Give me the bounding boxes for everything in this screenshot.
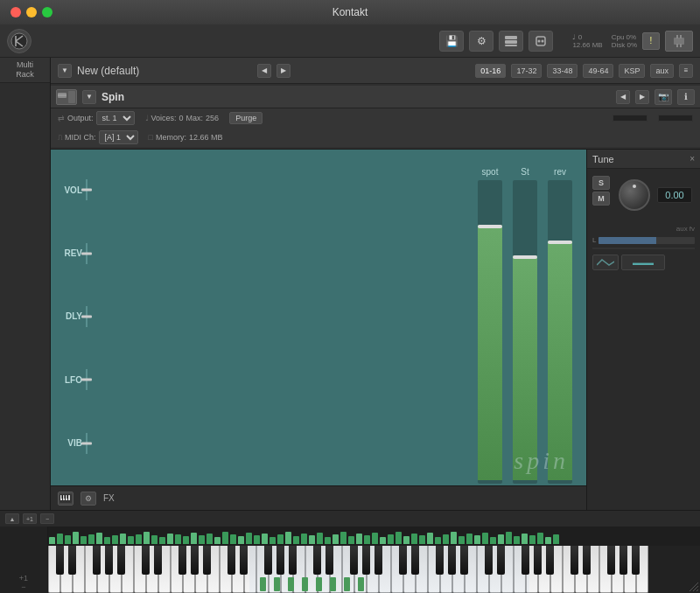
dly-label: DLY xyxy=(58,311,82,321)
spot-fader[interactable] xyxy=(478,180,502,484)
black-key[interactable] xyxy=(240,546,248,575)
velocity-bar xyxy=(482,533,488,544)
black-key[interactable] xyxy=(289,546,297,575)
black-key[interactable] xyxy=(228,546,235,575)
black-key[interactable] xyxy=(68,546,76,575)
range-ksp[interactable]: KSP xyxy=(619,64,645,78)
panel-close-button[interactable]: × xyxy=(690,154,695,164)
velocity-bar xyxy=(403,536,410,544)
black-key[interactable] xyxy=(522,546,529,575)
black-key[interactable] xyxy=(264,546,272,575)
range-33-48[interactable]: 33-48 xyxy=(547,64,578,78)
piano-icon[interactable] xyxy=(58,492,74,506)
vol-slider[interactable] xyxy=(86,179,88,200)
black-key[interactable] xyxy=(570,546,578,575)
voices-detail: ♩ Voices: 0 Max: 256 xyxy=(145,114,220,122)
velocity-bar xyxy=(356,534,362,544)
inst-next-button[interactable]: ▶ xyxy=(635,90,649,104)
tune-knob[interactable] xyxy=(619,179,650,211)
output-select[interactable]: st. 1 xyxy=(96,111,135,125)
black-key[interactable] xyxy=(56,546,64,575)
inst-prev-button[interactable]: ◀ xyxy=(616,90,630,104)
range-17-32[interactable]: 17-32 xyxy=(511,64,542,78)
black-key[interactable] xyxy=(497,546,505,575)
dly-slider[interactable] xyxy=(86,306,88,327)
velocity-bar xyxy=(451,532,457,544)
svg-point-0 xyxy=(11,33,27,49)
resize-handle[interactable] xyxy=(690,583,698,591)
st-fader[interactable] xyxy=(513,180,537,484)
midi-button[interactable] xyxy=(528,31,553,52)
minimize-button[interactable] xyxy=(26,7,37,17)
fullscreen-button[interactable] xyxy=(42,7,52,17)
black-key[interactable] xyxy=(632,546,640,575)
inst-camera-button[interactable]: 📷 xyxy=(654,89,672,105)
warning-button[interactable]: ! xyxy=(642,32,660,50)
piano-up-button[interactable]: ▲ xyxy=(5,513,19,524)
velocity-bar xyxy=(80,536,87,544)
velocity-bar xyxy=(285,532,291,544)
keyboard-section: ▲ +1 − +1 − xyxy=(0,510,700,593)
midi-channel-select[interactable]: [A] 1 xyxy=(99,130,138,144)
black-key[interactable] xyxy=(485,546,493,575)
black-key[interactable] xyxy=(546,546,554,575)
save-button[interactable]: 💾 xyxy=(439,31,464,52)
midi-detail: ⎍ MIDI Ch: [A] 1 xyxy=(58,130,138,144)
velocity-bar xyxy=(427,533,433,544)
black-key[interactable] xyxy=(191,546,199,575)
black-key[interactable] xyxy=(105,546,113,575)
rack-prev-button[interactable]: ◀ xyxy=(257,64,271,78)
rack-view-button[interactable] xyxy=(499,31,523,52)
black-key[interactable] xyxy=(362,546,370,575)
black-key[interactable] xyxy=(436,546,444,575)
black-key[interactable] xyxy=(411,546,419,575)
rack-next-button[interactable]: ▶ xyxy=(276,64,290,78)
black-key[interactable] xyxy=(350,546,358,575)
range-49-64[interactable]: 49-64 xyxy=(583,64,613,78)
spin-logo: spin xyxy=(514,447,569,475)
black-key[interactable] xyxy=(326,546,333,575)
vib-slider[interactable] xyxy=(86,433,88,454)
close-button[interactable] xyxy=(10,7,21,17)
black-key[interactable] xyxy=(117,546,125,575)
purge-button[interactable]: Purge xyxy=(229,112,262,124)
param-labels: VOL REV DLY xyxy=(51,150,103,484)
black-key[interactable] xyxy=(620,546,627,575)
rack-expand-button[interactable]: ≡ xyxy=(679,64,693,78)
instrument-details: ⇄ Output: st. 1 ♩ Voices: 0 Max: 256 Pur… xyxy=(51,108,700,128)
vib-param: VIB xyxy=(51,433,103,454)
black-key[interactable] xyxy=(178,546,186,575)
black-key[interactable] xyxy=(313,546,321,575)
mute-button[interactable]: M xyxy=(592,192,610,206)
rev-slider[interactable] xyxy=(86,243,88,264)
black-key[interactable] xyxy=(399,546,407,575)
solo-button[interactable]: S xyxy=(592,176,610,190)
black-key[interactable] xyxy=(142,546,150,575)
lfo-slider[interactable] xyxy=(86,369,88,390)
velocity-bar xyxy=(214,537,220,544)
black-key[interactable] xyxy=(607,546,615,575)
black-key[interactable] xyxy=(276,546,284,575)
velocity-bar xyxy=(151,535,158,544)
black-key[interactable] xyxy=(154,546,162,575)
inst-info-button[interactable]: ℹ xyxy=(677,89,695,105)
plugin-button[interactable] xyxy=(665,31,693,52)
black-key[interactable] xyxy=(583,546,591,575)
black-key[interactable] xyxy=(534,546,542,575)
range-aux[interactable]: aux xyxy=(650,64,674,78)
black-key[interactable] xyxy=(374,546,382,575)
black-key[interactable] xyxy=(93,546,101,575)
piano-keys-wrapper[interactable] xyxy=(48,546,700,593)
gear-icon[interactable]: ⚙ xyxy=(80,492,96,506)
black-key[interactable] xyxy=(460,546,468,575)
black-key[interactable] xyxy=(448,546,456,575)
range-01-16[interactable]: 01-16 xyxy=(475,64,506,78)
velocity-bar xyxy=(222,532,228,544)
settings-button[interactable]: ⚙ xyxy=(469,31,494,52)
tune-knob-container: 0.00 xyxy=(619,179,692,211)
piano-down-button[interactable]: − xyxy=(40,513,54,524)
rev-label: REV xyxy=(58,248,82,258)
black-key[interactable] xyxy=(203,546,211,575)
rev-fader[interactable] xyxy=(548,180,572,484)
velocity-bar xyxy=(522,534,528,544)
